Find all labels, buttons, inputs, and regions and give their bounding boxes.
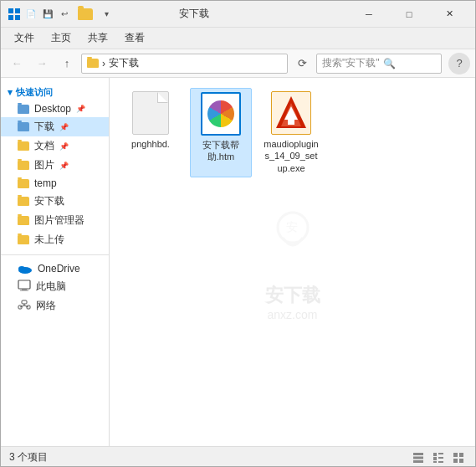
sidebar: ▾ 快速访问 Desktop 📌 下载 📌 文档 📌 图片 📌 <box>1 78 110 446</box>
sidebar-item-label: 网络 <box>36 299 56 313</box>
file-icon-generic <box>132 91 169 135</box>
folder-icon <box>18 105 29 114</box>
pin-icon: 📌 <box>76 105 85 113</box>
file-item-htm[interactable]: 安下载帮助.htm <box>190 88 252 177</box>
file-name: pnghhbd. <box>131 138 170 150</box>
toolbar: ← → ↑ › 安下载 ⟳ 搜索"安下载" 🔍 ? <box>1 49 475 78</box>
folder-icon <box>18 179 29 188</box>
system-icon[interactable] <box>8 8 21 21</box>
back-button[interactable]: ← <box>6 53 28 74</box>
sidebar-item-uploads[interactable]: 未上传 <box>1 230 109 249</box>
title-bar-icons: 📄 💾 ↩ ▾ <box>8 8 179 21</box>
watermark-url: anxz.com <box>259 308 326 321</box>
menu-file[interactable]: 文件 <box>8 29 41 47</box>
svg-text:安: 安 <box>286 221 298 234</box>
svg-point-5 <box>18 266 25 271</box>
svg-rect-27 <box>438 457 443 459</box>
minimize-button[interactable]: ─ <box>350 1 388 28</box>
menu-bar: 文件 主页 共享 查看 <box>1 28 475 49</box>
maximize-button[interactable]: □ <box>390 1 428 28</box>
file-icon-htm <box>201 92 241 136</box>
item-count: 3 个项目 <box>9 450 48 464</box>
svg-rect-23 <box>413 460 423 463</box>
save-icon[interactable]: 💾 <box>41 8 54 21</box>
sidebar-item-label: 安下载 <box>34 194 64 208</box>
sidebar-item-downloads[interactable]: 下载 📌 <box>1 117 109 136</box>
sidebar-item-computer[interactable]: 此电脑 <box>1 277 109 296</box>
file-item-pnghhbd[interactable]: pnghhbd. <box>120 88 182 177</box>
sidebar-item-imagemanager[interactable]: 图片管理器 <box>1 211 109 230</box>
svg-rect-21 <box>413 453 423 455</box>
menu-view[interactable]: 查看 <box>118 29 151 47</box>
sidebar-item-onedrive[interactable]: OneDrive <box>1 260 109 277</box>
menu-home[interactable]: 主页 <box>44 29 78 47</box>
breadcrumb-folder-icon <box>87 59 99 68</box>
sidebar-item-desktop[interactable]: Desktop 📌 <box>1 100 109 117</box>
sidebar-item-label: temp <box>34 177 57 189</box>
breadcrumb[interactable]: › 安下载 <box>81 54 288 74</box>
undo-icon[interactable]: ↩ <box>58 8 71 21</box>
quickaccess-chevron: ▾ <box>8 87 13 98</box>
svg-rect-26 <box>433 457 437 460</box>
svg-rect-33 <box>459 459 463 463</box>
sidebar-divider <box>1 254 109 255</box>
sidebar-item-pictures[interactable]: 图片 📌 <box>1 156 109 175</box>
svg-rect-28 <box>433 461 437 463</box>
sidebar-item-label: 图片管理器 <box>34 213 84 228</box>
up-button[interactable]: ↑ <box>56 53 78 74</box>
folder-icon <box>18 216 29 225</box>
forward-button[interactable]: → <box>31 53 53 74</box>
status-bar: 3 个项目 <box>1 446 475 467</box>
sidebar-item-label: 文档 <box>34 139 54 153</box>
sidebar-item-label: OneDrive <box>38 263 80 275</box>
sidebar-item-temp[interactable]: temp <box>1 175 109 192</box>
dropdown-icon[interactable]: ▾ <box>100 8 113 21</box>
svg-rect-9 <box>22 300 27 304</box>
quickaccess-header[interactable]: ▾ 快速访问 <box>1 85 109 100</box>
window-controls: ─ □ ✕ <box>350 1 468 28</box>
view-grid-button[interactable] <box>450 449 467 466</box>
refresh-button[interactable]: ⟳ <box>291 53 313 74</box>
sidebar-item-label: Desktop <box>34 103 71 115</box>
sidebar-item-label: 未上传 <box>34 233 64 247</box>
quick-access-icon[interactable]: 📄 <box>24 8 38 21</box>
svg-rect-29 <box>438 461 443 463</box>
file-name: 安下载帮助.htm <box>194 139 248 163</box>
network-icon <box>18 300 31 312</box>
close-button[interactable]: ✕ <box>430 1 468 28</box>
sidebar-item-label: 下载 <box>34 120 54 134</box>
sidebar-item-anzaixia[interactable]: 安下载 <box>1 192 109 211</box>
window-title: 安下载 <box>179 7 351 21</box>
view-list-button[interactable] <box>410 449 427 466</box>
svg-rect-6 <box>18 280 30 289</box>
search-icon: 🔍 <box>383 58 396 69</box>
breadcrumb-current: 安下载 <box>109 56 139 70</box>
svg-rect-0 <box>8 8 13 13</box>
file-name: maudioplugins_14_09_setup.exe <box>264 138 319 174</box>
quickaccess-section: ▾ 快速访问 Desktop 📌 下载 📌 文档 📌 图片 📌 <box>1 85 109 249</box>
svg-rect-22 <box>413 456 423 459</box>
title-bar: 📄 💾 ↩ ▾ 安下载 ─ □ ✕ <box>1 1 475 28</box>
svg-rect-3 <box>15 15 20 20</box>
menu-share[interactable]: 共享 <box>81 29 115 47</box>
quickaccess-label: 快速访问 <box>16 86 53 99</box>
pin-icon: 📌 <box>59 142 69 151</box>
onedrive-icon <box>18 264 33 274</box>
sidebar-item-label: 图片 <box>34 158 54 172</box>
folder-icon <box>18 235 29 244</box>
folder-title-icon <box>78 8 93 20</box>
file-item-exe[interactable]: maudioplugins_14_09_setup.exe <box>260 88 322 177</box>
svg-rect-24 <box>433 453 437 456</box>
search-bar[interactable]: 搜索"安下载" 🔍 <box>316 54 442 74</box>
view-icons <box>410 449 467 466</box>
colorful-icon <box>207 100 234 127</box>
sidebar-item-documents[interactable]: 文档 📌 <box>1 136 109 156</box>
htm-inner <box>204 95 238 132</box>
pin-icon: 📌 <box>59 123 69 131</box>
folder-icon <box>18 122 29 131</box>
sidebar-item-network[interactable]: 网络 <box>1 296 109 316</box>
view-detail-button[interactable] <box>430 449 447 466</box>
file-area: 安 安下载 anxz.com pnghhbd. 安下载帮助.htm <box>110 78 475 446</box>
help-button[interactable]: ? <box>448 53 470 74</box>
computer-icon <box>18 280 31 294</box>
